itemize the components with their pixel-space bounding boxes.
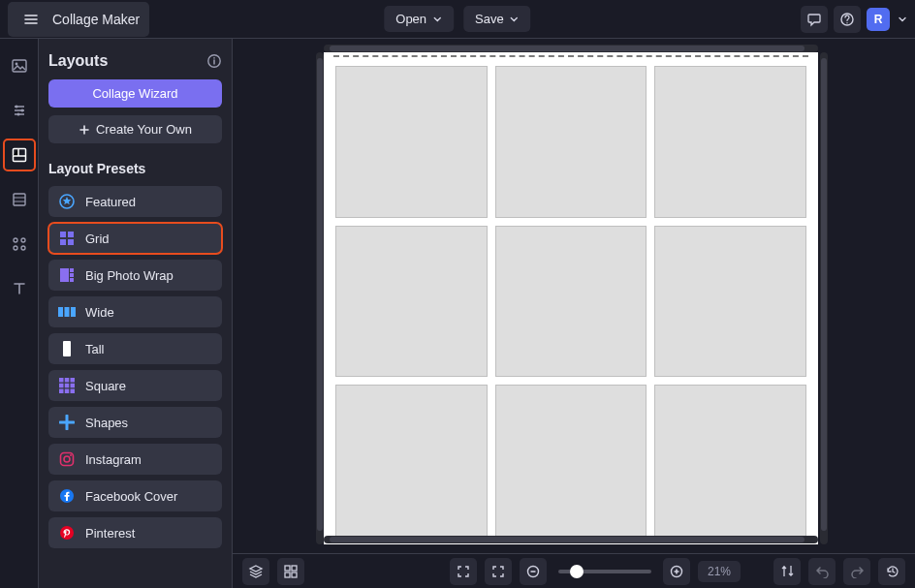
svg-rect-33 <box>65 389 70 394</box>
svg-rect-25 <box>63 341 71 356</box>
collage-cell[interactable] <box>335 385 488 537</box>
app-title-wrap: Collage Maker <box>8 2 149 37</box>
avatar[interactable]: R <box>867 8 890 31</box>
svg-point-2 <box>15 63 17 66</box>
fit-button[interactable] <box>485 558 512 585</box>
bigphoto-icon <box>58 266 76 284</box>
svg-rect-16 <box>60 239 66 245</box>
collage-cell[interactable] <box>495 385 647 537</box>
preset-pinterest[interactable]: Pinterest <box>48 517 222 548</box>
scrollbar-left[interactable] <box>316 52 324 544</box>
fullscreen-button[interactable] <box>450 558 477 585</box>
svg-rect-27 <box>65 378 70 383</box>
grid-view-button[interactable] <box>277 558 304 585</box>
collage-cell[interactable] <box>654 66 806 218</box>
rail-adjust[interactable] <box>4 95 35 126</box>
open-label: Open <box>395 12 426 26</box>
collage-cell[interactable] <box>495 226 647 378</box>
zoom-slider[interactable] <box>558 570 651 573</box>
preset-label: Featured <box>85 195 136 209</box>
svg-point-5 <box>16 113 19 116</box>
preset-label: Shapes <box>85 416 128 430</box>
hamburger-icon <box>23 12 39 27</box>
svg-point-8 <box>14 238 17 242</box>
svg-rect-43 <box>292 573 297 577</box>
comment-icon <box>806 12 822 27</box>
preset-label: Wide <box>85 305 114 320</box>
menu-button[interactable] <box>17 6 45 33</box>
help-button[interactable] <box>834 6 861 33</box>
zoom-display[interactable]: 21% <box>698 561 741 582</box>
svg-rect-7 <box>14 194 25 205</box>
zoom-value: 21% <box>708 565 731 578</box>
minus-circle-icon <box>526 565 540 578</box>
tall-icon <box>58 340 76 357</box>
graphics-icon <box>11 191 28 208</box>
svg-rect-31 <box>71 384 76 388</box>
app-title: Collage Maker <box>52 12 140 27</box>
svg-point-4 <box>20 109 23 112</box>
chevron-down-icon <box>432 15 442 24</box>
chevron-down-icon <box>510 15 520 24</box>
rail-layouts[interactable] <box>4 139 35 170</box>
canvas-wrap <box>324 52 818 544</box>
svg-rect-19 <box>70 268 74 272</box>
svg-rect-30 <box>65 384 70 388</box>
preset-facebook-cover[interactable]: Facebook Cover <box>48 480 222 511</box>
create-your-own-button[interactable]: Create Your Own <box>48 115 222 143</box>
chevron-down-icon[interactable] <box>898 15 907 24</box>
svg-rect-1 <box>13 60 26 72</box>
svg-rect-20 <box>70 273 74 277</box>
rail-text[interactable] <box>4 273 35 304</box>
zoom-out-button[interactable] <box>520 558 547 585</box>
collage-wizard-button[interactable]: Collage Wizard <box>48 79 222 108</box>
svg-point-3 <box>15 106 17 108</box>
side-heading: Layouts <box>48 52 108 70</box>
save-button[interactable]: Save <box>463 6 531 32</box>
svg-rect-24 <box>71 307 76 317</box>
svg-rect-14 <box>60 232 66 237</box>
redo-icon <box>850 564 865 578</box>
info-icon <box>206 53 222 69</box>
top-center: Open Save <box>384 6 530 32</box>
preset-label: Big Photo Wrap <box>85 268 174 283</box>
fullscreen-icon <box>457 565 470 578</box>
scrollbar-bottom[interactable] <box>324 536 818 543</box>
rail-graphics[interactable] <box>4 184 35 215</box>
canvas[interactable] <box>324 52 818 544</box>
presets-heading: Layout Presets <box>48 161 222 176</box>
scrollbar-right[interactable] <box>820 52 828 544</box>
rail-settings[interactable] <box>4 229 35 260</box>
preset-shapes[interactable]: Shapes <box>48 407 222 438</box>
scrollbar-top[interactable] <box>324 45 818 52</box>
preset-label: Pinterest <box>85 526 135 541</box>
open-button[interactable]: Open <box>384 6 454 32</box>
top-bar: Collage Maker Open Save R <box>0 0 915 39</box>
undo-button[interactable] <box>808 558 836 585</box>
svg-point-10 <box>14 246 17 250</box>
compare-icon <box>780 564 795 578</box>
collage-cell[interactable] <box>654 226 806 378</box>
svg-rect-26 <box>59 378 64 383</box>
redo-button[interactable] <box>843 558 870 585</box>
collage-cell[interactable] <box>654 385 806 537</box>
collage-cell[interactable] <box>335 66 488 218</box>
collage-cell[interactable] <box>335 226 488 378</box>
preset-featured[interactable]: Featured <box>48 186 222 217</box>
collage-wizard-label: Collage Wizard <box>92 86 177 101</box>
info-button[interactable] <box>206 53 222 69</box>
preset-square[interactable]: Square <box>48 370 222 401</box>
preset-grid[interactable]: Grid <box>48 223 222 254</box>
history-button[interactable] <box>878 558 905 585</box>
zoom-in-button[interactable] <box>663 558 690 585</box>
preset-tall[interactable]: Tall <box>48 333 222 364</box>
rail-image[interactable] <box>4 50 35 81</box>
svg-point-9 <box>21 238 25 242</box>
preset-instagram[interactable]: Instagram <box>48 444 222 475</box>
comments-button[interactable] <box>801 6 828 33</box>
preset-wide[interactable]: Wide <box>48 296 222 327</box>
preset-big-photo-wrap[interactable]: Big Photo Wrap <box>48 260 222 291</box>
compare-button[interactable] <box>773 558 801 585</box>
collage-cell[interactable] <box>495 66 647 218</box>
layers-button[interactable] <box>242 558 269 585</box>
